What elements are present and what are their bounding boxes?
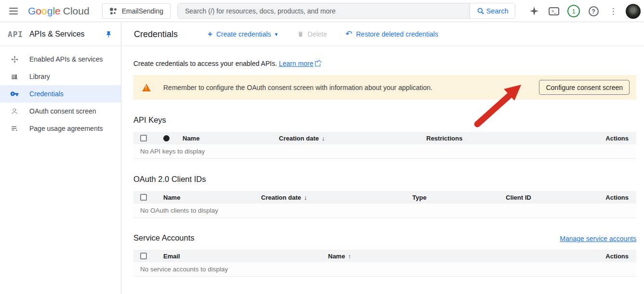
banner-message: Remember to configure the OAuth consent … bbox=[163, 84, 539, 91]
sidebar-item-label: Enabled APIs & services bbox=[29, 55, 103, 63]
oauth-clients-title: OAuth 2.0 Client IDs bbox=[133, 175, 636, 184]
sidebar-item-enabled-apis[interactable]: Enabled APIs & services bbox=[0, 51, 121, 68]
top-app-bar: Google Cloud EmailSending Search >_ 1 ? bbox=[0, 0, 644, 22]
search-button[interactable]: Search bbox=[470, 3, 515, 18]
project-selector-button[interactable]: EmailSending bbox=[102, 3, 171, 19]
warning-icon bbox=[142, 84, 151, 91]
select-all-checkbox[interactable] bbox=[140, 135, 147, 141]
search-icon bbox=[477, 7, 485, 15]
restore-deleted-credentials-button[interactable]: ↶ Restore deleted credentials bbox=[345, 30, 438, 38]
consent-screen-icon bbox=[10, 106, 19, 116]
page-title: Credentials bbox=[134, 29, 178, 39]
sort-asc-icon: ↑ bbox=[348, 253, 351, 260]
oauth-table-header: Name Creation date ↓ Type Client ID Acti… bbox=[133, 191, 636, 204]
sort-desc-icon: ↓ bbox=[304, 194, 307, 201]
page-header: Credentials + Create credentials ▼ Delet… bbox=[122, 23, 644, 46]
key-status-icon bbox=[163, 135, 170, 141]
sidebar-item-label: Page usage agreements bbox=[29, 125, 103, 132]
logo-letter: o bbox=[36, 5, 41, 17]
column-header-name[interactable]: Name bbox=[157, 194, 254, 201]
service-accounts-table-header: Email Name ↑ Actions bbox=[133, 250, 636, 262]
column-header-actions: Actions bbox=[593, 135, 636, 142]
create-credentials-button[interactable]: + Create credentials ▼ bbox=[208, 29, 278, 39]
sidebar-item-page-usage[interactable]: Page usage agreements bbox=[0, 120, 121, 137]
column-header-client-id[interactable]: Client ID bbox=[499, 194, 593, 201]
sort-desc-icon: ↓ bbox=[322, 135, 325, 142]
search-button-label: Search bbox=[486, 7, 509, 15]
cloud-shell-icon[interactable]: >_ bbox=[546, 3, 562, 19]
hamburger-menu-icon[interactable] bbox=[3, 0, 24, 22]
topbar-icons: >_ 1 ? ⋮ bbox=[526, 0, 641, 22]
column-header-name[interactable]: Name bbox=[176, 135, 272, 142]
sidebar-nav: Enabled APIs & services Library Credenti… bbox=[0, 46, 121, 137]
column-header-actions: Actions bbox=[593, 194, 636, 201]
column-header-creation-date[interactable]: Creation date ↓ bbox=[272, 135, 420, 142]
library-icon bbox=[10, 72, 19, 81]
api-product-logo: API bbox=[8, 30, 23, 39]
logo-letter: g bbox=[47, 5, 53, 17]
google-cloud-logo[interactable]: Google Cloud bbox=[28, 5, 90, 17]
pin-icon[interactable] bbox=[105, 31, 112, 38]
sidebar-item-oauth-consent[interactable]: OAuth consent screen bbox=[0, 102, 121, 120]
sidebar-item-credentials[interactable]: Credentials bbox=[0, 85, 121, 102]
logo-cloud-text: Cloud bbox=[63, 5, 90, 17]
enabled-apis-icon bbox=[10, 54, 19, 64]
project-icon bbox=[109, 7, 117, 15]
column-header-email[interactable]: Email bbox=[157, 253, 321, 260]
api-keys-empty-message: No API keys to display bbox=[133, 144, 636, 159]
sidebar-item-library[interactable]: Library bbox=[0, 68, 121, 85]
column-header-name[interactable]: Name ↑ bbox=[321, 253, 593, 260]
main-content: Create credentials to access your enable… bbox=[122, 47, 644, 294]
column-header-restrictions[interactable]: Restrictions bbox=[420, 135, 593, 142]
api-keys-title: API Keys bbox=[133, 115, 636, 125]
oauth-warning-banner: Remember to configure the OAuth consent … bbox=[133, 75, 636, 100]
logo-letter: G bbox=[28, 5, 36, 17]
select-all-checkbox[interactable] bbox=[140, 253, 147, 259]
notification-count: 1 bbox=[567, 5, 580, 17]
delete-button[interactable]: Delete bbox=[297, 30, 327, 38]
search-input[interactable] bbox=[178, 3, 470, 18]
user-avatar[interactable] bbox=[625, 3, 641, 19]
global-search-bar: Search bbox=[177, 3, 515, 19]
api-keys-table-header: Name Creation date ↓ Restrictions Action… bbox=[133, 132, 636, 144]
column-header-creation-date[interactable]: Creation date ↓ bbox=[254, 194, 406, 201]
configure-consent-screen-button[interactable]: Configure consent screen bbox=[539, 80, 630, 95]
sidebar-item-label: OAuth consent screen bbox=[29, 107, 96, 115]
manage-service-accounts-link[interactable]: Manage service accounts bbox=[560, 235, 636, 243]
key-icon bbox=[10, 89, 19, 99]
learn-more-link[interactable]: Learn more bbox=[279, 60, 314, 67]
service-accounts-title-row: Service Accounts Manage service accounts bbox=[133, 233, 636, 243]
logo-letter: o bbox=[41, 5, 47, 17]
column-header-actions: Actions bbox=[593, 253, 636, 260]
logo-letter: e bbox=[55, 5, 61, 17]
project-name: EmailSending bbox=[122, 7, 163, 15]
sidebar: API APIs & Services Enabled APIs & servi… bbox=[0, 23, 121, 294]
service-accounts-title: Service Accounts bbox=[133, 233, 195, 243]
service-accounts-empty-message: No service accounts to display bbox=[133, 262, 636, 277]
agreements-icon bbox=[10, 124, 19, 133]
gemini-sparkle-icon[interactable] bbox=[526, 3, 542, 19]
sidebar-product-title: APIs & Services bbox=[29, 30, 105, 38]
external-link-icon bbox=[315, 61, 320, 66]
sidebar-item-label: Library bbox=[29, 73, 50, 80]
column-header-type[interactable]: Type bbox=[406, 194, 499, 201]
sidebar-item-label: Credentials bbox=[29, 90, 64, 98]
notifications-badge[interactable]: 1 bbox=[565, 3, 582, 19]
more-options-icon[interactable]: ⋮ bbox=[605, 3, 621, 19]
intro-text: Create credentials to access your enable… bbox=[133, 60, 636, 67]
help-icon[interactable]: ? bbox=[585, 3, 602, 19]
select-all-checkbox[interactable] bbox=[140, 194, 147, 201]
trash-icon bbox=[297, 30, 304, 38]
plus-icon: + bbox=[208, 29, 212, 39]
sidebar-header: API APIs & Services bbox=[0, 23, 121, 46]
undo-icon: ↶ bbox=[345, 32, 352, 37]
oauth-empty-message: No OAuth clients to display bbox=[133, 204, 636, 218]
chevron-down-icon: ▼ bbox=[274, 32, 279, 37]
